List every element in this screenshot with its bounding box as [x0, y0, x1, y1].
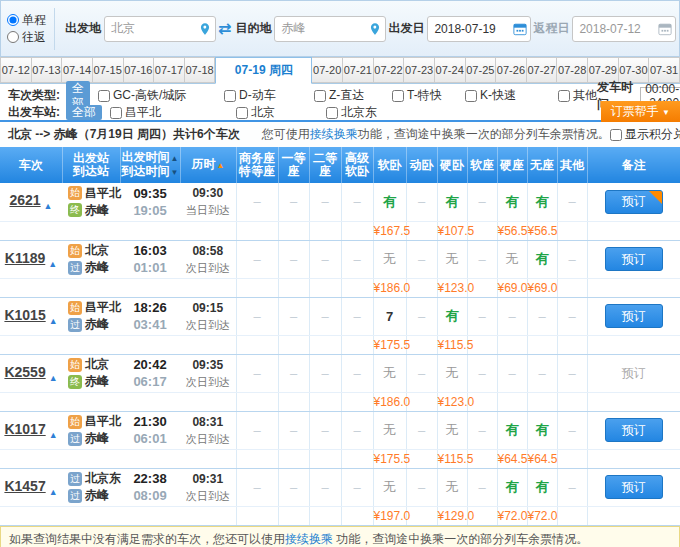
- seat-hard-sleeper: 有: [437, 183, 467, 221]
- stations-cell: 过北京东过赤峰: [62, 468, 120, 506]
- booking-helper-button[interactable]: 订票帮手 ▼: [601, 101, 680, 122]
- train-row-K2559: K2559▲始北京终赤峰20:4206:1709:35次日到达––––无–无––…: [0, 354, 680, 392]
- seat-other: –: [557, 240, 587, 278]
- depart-date-label: 出发日: [388, 20, 424, 37]
- book-button[interactable]: 预订: [605, 304, 663, 328]
- station-all-chip[interactable]: 全部: [66, 105, 102, 120]
- round-trip-option[interactable]: 往返: [7, 30, 46, 45]
- train-number-link[interactable]: K2559: [4, 364, 45, 380]
- date-tab-07-25[interactable]: 07-25: [466, 57, 497, 83]
- date-tab-07-27[interactable]: 07-27: [527, 57, 558, 83]
- train-number-link[interactable]: K1457: [4, 478, 45, 494]
- date-tab-07-21[interactable]: 07-21: [343, 57, 374, 83]
- transfer-link-footer[interactable]: 接续换乘: [285, 532, 333, 546]
- booking-cell: 预订: [587, 297, 680, 335]
- train-type-checkbox-5[interactable]: [558, 90, 570, 102]
- seat-first-class: –: [278, 183, 309, 221]
- seat-moving-sleeper: –: [406, 240, 437, 278]
- book-button[interactable]: 预订: [605, 418, 663, 442]
- book-button[interactable]: 预订: [605, 475, 663, 499]
- book-button[interactable]: 预订: [605, 190, 663, 214]
- price-row-K1457: ¥197.0¥129.0¥72.0¥72.0: [0, 506, 680, 525]
- date-tab-07-19[interactable]: 07-19 周四: [215, 57, 312, 84]
- collapse-toggle-icon[interactable]: ▲: [49, 430, 58, 440]
- date-tab-07-17[interactable]: 07-17: [154, 57, 185, 83]
- seat-moving-sleeper: –: [406, 468, 437, 506]
- transfer-link[interactable]: 接续换乘: [310, 127, 358, 141]
- date-tab-07-24[interactable]: 07-24: [435, 57, 466, 83]
- seat-hard-seat: 有: [497, 411, 527, 449]
- collapse-toggle-icon[interactable]: ▲: [49, 487, 58, 497]
- price-soft-sleeper: ¥186.0: [373, 278, 406, 297]
- departure-station-option-0[interactable]: 昌平北: [110, 104, 236, 121]
- date-tab-07-15[interactable]: 07-15: [93, 57, 124, 83]
- show-points-checkbox[interactable]: [610, 129, 622, 141]
- date-tab-07-28[interactable]: 07-28: [557, 57, 588, 83]
- collapse-toggle-icon[interactable]: ▲: [44, 201, 53, 211]
- train-type-option-1[interactable]: D-动车: [224, 87, 314, 104]
- train-type-option-5[interactable]: 其他: [558, 87, 597, 104]
- departure-station-option-2[interactable]: 北京东: [326, 104, 404, 121]
- seat-hard-sleeper: 有: [437, 297, 467, 335]
- date-tab-07-13[interactable]: 07-13: [32, 57, 63, 83]
- price-premium-soft-sleeper: [341, 335, 373, 354]
- train-number-link[interactable]: K1189: [5, 250, 45, 266]
- train-type-checkbox-2[interactable]: [314, 90, 326, 102]
- seat-premium-soft-sleeper: –: [341, 183, 373, 221]
- date-tab-07-22[interactable]: 07-22: [374, 57, 405, 83]
- station-pass-icon: 过: [68, 318, 82, 332]
- train-row-K1189: K1189▲始北京过赤峰16:0301:0108:58次日到达––––无–无–无…: [0, 240, 680, 278]
- departure-station-checkbox-1[interactable]: [236, 107, 248, 119]
- seat-soft-seat: –: [467, 468, 497, 506]
- to-station: 赤峰: [85, 430, 109, 447]
- one-way-option[interactable]: 单程: [7, 13, 46, 28]
- from-station-row: 过北京东: [62, 470, 120, 487]
- train-type-label-2: Z-直达: [329, 87, 364, 104]
- train-type-label-3: T-特快: [407, 87, 442, 104]
- collapse-toggle-icon[interactable]: ▲: [48, 259, 57, 269]
- sort-desc-icon[interactable]: ▼: [171, 168, 179, 177]
- one-way-radio[interactable]: [7, 14, 19, 26]
- swap-stations-icon[interactable]: ⇄: [218, 19, 231, 38]
- date-tab-07-12[interactable]: 07-12: [0, 57, 32, 83]
- departure-station-checkbox-2[interactable]: [326, 107, 338, 119]
- booking-cell: 预订: [587, 240, 680, 278]
- sort-asc-icon[interactable]: ▲: [171, 154, 179, 163]
- date-tab-07-18[interactable]: 07-18: [185, 57, 216, 83]
- column-header-0: 车次: [0, 147, 62, 183]
- date-tab-07-20[interactable]: 07-20: [312, 57, 343, 83]
- price-soft-sleeper: ¥175.5: [373, 335, 406, 354]
- times-cell: 16:0301:01: [120, 240, 180, 278]
- column-header-3[interactable]: 历时▲: [180, 147, 236, 183]
- price-second-class: [309, 392, 341, 411]
- sort-asc-active-icon[interactable]: ▲: [217, 161, 225, 170]
- trip-type-radios: 单程 往返: [7, 13, 46, 45]
- date-tab-07-23[interactable]: 07-23: [404, 57, 435, 83]
- train-number-link[interactable]: K1017: [4, 421, 45, 437]
- departure-station-option-1[interactable]: 北京: [236, 104, 326, 121]
- duration-cell: 08:31次日到达: [180, 411, 236, 449]
- train-type-option-0[interactable]: GC-高铁/城际: [98, 87, 224, 104]
- train-type-checkbox-1[interactable]: [224, 90, 236, 102]
- date-tab-07-26[interactable]: 07-26: [496, 57, 527, 83]
- collapse-toggle-icon[interactable]: ▲: [49, 316, 58, 326]
- train-type-option-4[interactable]: K-快速: [465, 87, 558, 104]
- date-tab-07-14[interactable]: 07-14: [62, 57, 93, 83]
- train-number-link[interactable]: K1015: [4, 307, 45, 323]
- train-type-option-2[interactable]: Z-直达: [314, 87, 392, 104]
- train-type-checkbox-0[interactable]: [98, 90, 110, 102]
- train-number-link[interactable]: 2621: [9, 192, 40, 208]
- book-button[interactable]: 预订: [605, 247, 663, 271]
- show-points-option[interactable]: 显示积分兑换车次: [610, 126, 680, 143]
- collapse-toggle-icon[interactable]: ▲: [49, 373, 58, 383]
- seat-moving-sleeper: –: [406, 297, 437, 335]
- price-premium-soft-sleeper: [341, 506, 373, 525]
- calendar-icon[interactable]: [513, 22, 527, 36]
- train-type-option-3[interactable]: T-特快: [392, 87, 465, 104]
- column-header-2[interactable]: 出发时间▲到达时间▼: [120, 147, 180, 183]
- train-type-checkbox-4[interactable]: [465, 90, 477, 102]
- date-tab-07-16[interactable]: 07-16: [124, 57, 155, 83]
- round-trip-radio[interactable]: [7, 31, 19, 43]
- departure-station-checkbox-0[interactable]: [110, 107, 122, 119]
- train-type-checkbox-3[interactable]: [392, 90, 404, 102]
